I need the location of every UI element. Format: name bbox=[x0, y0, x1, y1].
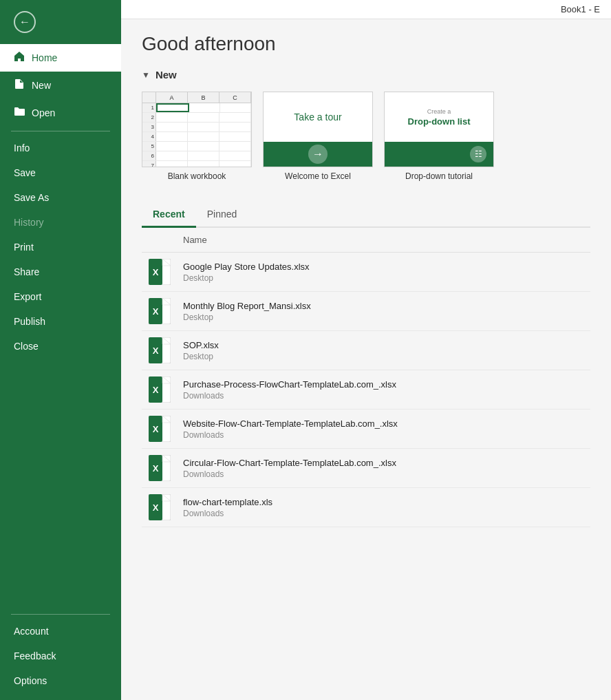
sidebar-history-label: History bbox=[14, 217, 44, 228]
new-icon bbox=[14, 78, 25, 92]
excel-file-icon: X bbox=[147, 338, 172, 363]
main-content: Book1 - E Good afternoon ▼ New A B C bbox=[121, 0, 611, 700]
sidebar-close-label: Close bbox=[14, 341, 39, 352]
file-name: Monthly Blog Report_Mansi.xlsx bbox=[183, 301, 585, 311]
file-location: Desktop bbox=[183, 312, 585, 322]
file-icon-header bbox=[142, 228, 178, 253]
open-icon bbox=[14, 106, 25, 120]
table-row[interactable]: X flow-chart-template.xls Downloads bbox=[142, 488, 590, 527]
file-name-cell: Google Play Store Updates.xlsx Desktop bbox=[178, 253, 590, 292]
sidebar-item-publish[interactable]: Publish bbox=[0, 309, 121, 334]
sidebar-item-share[interactable]: Share bbox=[0, 259, 121, 284]
take-tour-text: Take a tour bbox=[294, 112, 341, 123]
file-name-cell: flow-chart-template.xls Downloads bbox=[178, 488, 590, 527]
sidebar-item-close[interactable]: Close bbox=[0, 334, 121, 359]
sidebar-item-info[interactable]: Info bbox=[0, 136, 121, 160]
sidebar-item-history[interactable]: History bbox=[0, 210, 121, 235]
blank-workbook-label: Blank workbook bbox=[142, 171, 252, 181]
sidebar-publish-label: Publish bbox=[14, 316, 45, 327]
svg-text:X: X bbox=[153, 306, 159, 317]
sidebar-open-label: Open bbox=[32, 107, 55, 118]
table-row[interactable]: X Google Play Store Updates.xlsx Desktop bbox=[142, 253, 590, 292]
sidebar-info-label: Info bbox=[14, 142, 30, 153]
tab-pinned[interactable]: Pinned bbox=[196, 203, 248, 226]
file-icon-cell: X bbox=[142, 331, 178, 370]
table-row[interactable]: X Purchase-Process-FlowChart-TemplateLab… bbox=[142, 370, 590, 410]
sidebar-item-home[interactable]: Home bbox=[0, 44, 121, 72]
sidebar-item-feedback[interactable]: Feedback bbox=[0, 644, 121, 668]
top-bar: Book1 - E bbox=[121, 0, 611, 19]
file-name: Website-Flow-Chart-Template-TemplateLab.… bbox=[183, 418, 585, 429]
table-row[interactable]: X Monthly Blog Report_Mansi.xlsx Desktop bbox=[142, 292, 590, 331]
file-location: Downloads bbox=[183, 430, 585, 440]
blank-workbook-preview: A B C 1 2 3 4 5 6 7 bbox=[142, 92, 252, 167]
table-row[interactable]: X Website-Flow-Chart-Template-TemplateLa… bbox=[142, 410, 590, 449]
sidebar-item-options[interactable]: Options bbox=[0, 668, 121, 693]
template-dropdown-tutorial[interactable]: Create a Drop-down list ☷ Drop-down tuto… bbox=[384, 92, 494, 181]
sidebar-home-label: Home bbox=[32, 52, 57, 63]
sidebar-item-export[interactable]: Export bbox=[0, 284, 121, 309]
excel-file-icon: X bbox=[147, 377, 172, 402]
window-title: Book1 - E bbox=[561, 4, 600, 14]
tour-top: Take a tour bbox=[264, 92, 372, 142]
dropdown-tutorial-label: Drop-down tutorial bbox=[384, 171, 494, 181]
excel-file-icon: X bbox=[147, 495, 172, 520]
table-row[interactable]: X SOP.xlsx Desktop bbox=[142, 331, 590, 370]
file-location: Desktop bbox=[183, 352, 585, 361]
back-button[interactable]: ← bbox=[0, 0, 121, 44]
sidebar-save-label: Save bbox=[14, 167, 36, 178]
file-name-cell: Purchase-Process-FlowChart-TemplateLab.c… bbox=[178, 370, 590, 410]
excel-file-icon: X bbox=[147, 259, 172, 284]
sidebar-item-new[interactable]: New bbox=[0, 72, 121, 99]
dropdown-top: Create a Drop-down list bbox=[385, 92, 493, 142]
content-area: Good afternoon ▼ New A B C 1 bbox=[121, 19, 611, 700]
sidebar-item-open[interactable]: Open bbox=[0, 99, 121, 127]
tour-preview: Take a tour → bbox=[263, 92, 373, 167]
file-name-header: Name bbox=[178, 228, 590, 253]
tour-bottom: → bbox=[264, 142, 372, 167]
excel-file-icon: X bbox=[147, 299, 172, 324]
file-icon-cell: X bbox=[142, 488, 178, 527]
file-location: Desktop bbox=[183, 273, 585, 283]
svg-text:X: X bbox=[153, 424, 159, 434]
home-icon bbox=[14, 51, 25, 65]
tour-arrow-icon: → bbox=[308, 145, 328, 164]
templates-row: A B C 1 2 3 4 5 6 7 Blank workbook bbox=[142, 92, 590, 181]
sidebar-item-print[interactable]: Print bbox=[0, 235, 121, 259]
svg-text:X: X bbox=[153, 346, 159, 356]
file-name-cell: SOP.xlsx Desktop bbox=[178, 331, 590, 370]
files-table: Name X Google Play Store Updates.xlsx De… bbox=[142, 228, 590, 527]
sidebar-divider-1 bbox=[11, 131, 110, 131]
welcome-excel-label: Welcome to Excel bbox=[263, 171, 373, 181]
file-location: Downloads bbox=[183, 391, 585, 401]
sidebar-item-account[interactable]: Account bbox=[0, 619, 121, 644]
template-welcome-excel[interactable]: Take a tour → Welcome to Excel bbox=[263, 92, 373, 181]
sidebar: ← Home New Open Info Save Save As Histor… bbox=[0, 0, 121, 700]
sidebar-item-save[interactable]: Save bbox=[0, 160, 121, 185]
new-section-header[interactable]: ▼ New bbox=[142, 69, 590, 81]
tour-card: Take a tour → bbox=[264, 92, 372, 167]
sidebar-divider-2 bbox=[11, 614, 110, 615]
sidebar-export-label: Export bbox=[14, 291, 41, 302]
tab-recent[interactable]: Recent bbox=[142, 203, 196, 226]
file-icon-cell: X bbox=[142, 253, 178, 292]
svg-text:X: X bbox=[153, 502, 159, 513]
file-location: Downloads bbox=[183, 509, 585, 518]
sidebar-bottom: Account Feedback Options bbox=[0, 610, 121, 700]
file-name-cell: Circular-Flow-Chart-Template-TemplateLab… bbox=[178, 449, 590, 488]
file-name: Google Play Store Updates.xlsx bbox=[183, 262, 585, 272]
back-icon: ← bbox=[14, 11, 36, 33]
chevron-down-icon: ▼ bbox=[142, 70, 150, 80]
excel-file-icon: X bbox=[147, 456, 172, 480]
table-row[interactable]: X Circular-Flow-Chart-Template-TemplateL… bbox=[142, 449, 590, 488]
dropdown-preview: Create a Drop-down list ☷ bbox=[384, 92, 494, 167]
file-name: Purchase-Process-FlowChart-TemplateLab.c… bbox=[183, 379, 585, 390]
sidebar-new-label: New bbox=[32, 80, 51, 91]
template-blank-workbook[interactable]: A B C 1 2 3 4 5 6 7 Blank workbook bbox=[142, 92, 252, 181]
sidebar-feedback-label: Feedback bbox=[14, 650, 56, 661]
sidebar-item-save-as[interactable]: Save As bbox=[0, 185, 121, 210]
file-icon-cell: X bbox=[142, 410, 178, 449]
file-name: flow-chart-template.xls bbox=[183, 497, 585, 507]
file-name: Circular-Flow-Chart-Template-TemplateLab… bbox=[183, 458, 585, 468]
file-location: Downloads bbox=[183, 469, 585, 479]
